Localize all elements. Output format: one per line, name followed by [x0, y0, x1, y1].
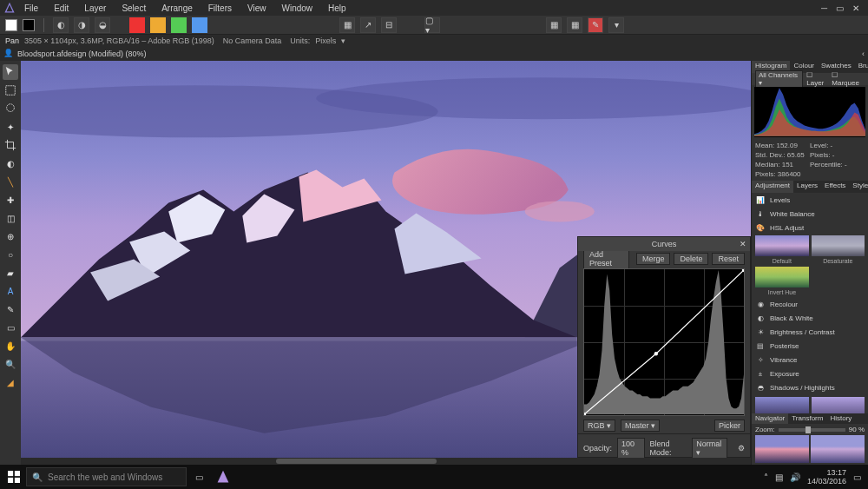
adjustment-hsl[interactable]: 🎨HSL Adjust: [752, 221, 868, 235]
menu-layer[interactable]: Layer: [77, 2, 113, 15]
taskbar-app-affinity[interactable]: [211, 465, 235, 489]
hsl-preset-inverthue[interactable]: Invert Hue: [755, 267, 809, 287]
navigator-thumb[interactable]: [755, 435, 809, 463]
opt-btn[interactable]: ▦: [339, 17, 355, 33]
move-tool[interactable]: [3, 64, 18, 80]
menu-view[interactable]: View: [240, 2, 273, 15]
chevron-down-icon[interactable]: ▾: [341, 36, 345, 45]
develop-tool[interactable]: ◐: [3, 155, 18, 171]
window-restore-icon[interactable]: ▭: [836, 3, 844, 13]
adjustment-recolour[interactable]: ◉Recolour: [752, 297, 868, 311]
menu-filters[interactable]: Filters: [201, 2, 239, 15]
delete-button[interactable]: Delete: [674, 253, 708, 265]
opt-btn[interactable]: ◐: [53, 17, 69, 33]
marquee-toggle[interactable]: ☐ Marquee: [832, 71, 865, 87]
picker-button[interactable]: Picker: [714, 420, 745, 432]
opt-btn[interactable]: ↗: [360, 17, 376, 33]
text-tool[interactable]: A: [3, 283, 18, 299]
color-chip[interactable]: [192, 17, 207, 33]
merge-button[interactable]: Merge: [636, 253, 671, 265]
fill-tool[interactable]: ▰: [3, 265, 18, 281]
tab-layers[interactable]: Layers: [793, 181, 821, 193]
tab-effects[interactable]: Effects: [821, 181, 849, 193]
adjustment-bw[interactable]: ◐Black & White: [752, 311, 868, 325]
foreground-swatch[interactable]: [5, 19, 17, 31]
menu-file[interactable]: File: [17, 2, 45, 15]
eraser-tool[interactable]: ◫: [3, 210, 18, 226]
window-minimize-icon[interactable]: ─: [821, 3, 827, 13]
colorpick-tool[interactable]: ◢: [3, 374, 18, 390]
start-button[interactable]: [2, 465, 26, 489]
menu-edit[interactable]: Edit: [47, 2, 76, 15]
taskbar-clock[interactable]: 13:1714/03/2016: [807, 468, 846, 486]
master-dropdown[interactable]: Master ▾: [621, 420, 660, 432]
zoom-tool[interactable]: 🔍: [3, 356, 18, 372]
navigator-thumb[interactable]: [811, 435, 865, 463]
hsl-preset-desaturate[interactable]: Desaturate: [812, 235, 865, 256]
tab-navigator[interactable]: Navigator: [752, 413, 788, 424]
tab-history[interactable]: History: [826, 413, 855, 424]
lasso-tool[interactable]: [3, 101, 18, 116]
color-chip[interactable]: [129, 17, 145, 33]
opt-btn[interactable]: ✎: [588, 17, 603, 33]
adjustment-shadows[interactable]: ◓Shadows / Highlights: [752, 380, 868, 394]
menu-help[interactable]: Help: [321, 2, 353, 15]
sh-preset[interactable]: [755, 397, 809, 413]
opt-btn[interactable]: ▢ ▾: [424, 17, 440, 33]
hsl-preset-default[interactable]: Default: [755, 235, 809, 256]
canvas[interactable]: Curves ✕ Add Preset Merge Delete Reset: [21, 61, 751, 465]
color-chip[interactable]: [171, 17, 187, 33]
opt-btn[interactable]: ▦: [546, 17, 562, 33]
task-view-button[interactable]: ▭: [187, 465, 211, 489]
opacity-field[interactable]: 100 %: [617, 438, 645, 459]
tab-styles[interactable]: Styles: [849, 181, 868, 193]
hand-tool[interactable]: ✋: [3, 338, 18, 354]
pen-tool[interactable]: ✎: [3, 301, 18, 317]
tray-chevron-icon[interactable]: ˄: [764, 472, 768, 482]
horizontal-scrollbar[interactable]: [21, 458, 751, 465]
color-chip[interactable]: [150, 17, 166, 33]
reset-button[interactable]: Reset: [712, 253, 745, 265]
taskbar-search[interactable]: 🔍 Search the web and Windows: [26, 467, 187, 486]
document-tab[interactable]: Bloodsport.afdesign (Modified) (80%): [17, 50, 147, 58]
close-icon[interactable]: ✕: [740, 240, 746, 248]
units-dropdown[interactable]: Pixels: [315, 36, 336, 45]
gear-icon[interactable]: ⚙: [738, 444, 745, 453]
adjustment-vibrance[interactable]: ✧Vibrance: [752, 353, 868, 367]
tab-adjustment[interactable]: Adjustment: [752, 181, 793, 193]
tab-chevron[interactable]: ‹: [862, 50, 865, 58]
sh-preset[interactable]: [812, 397, 865, 413]
tray-network-icon[interactable]: ▤: [775, 472, 783, 482]
layer-toggle[interactable]: ☐ Layer: [806, 71, 830, 87]
blend-dropdown[interactable]: Normal ▾: [692, 438, 727, 459]
clone-tool[interactable]: ⊕: [3, 228, 18, 244]
marquee-tool[interactable]: [3, 83, 18, 98]
shape-tool[interactable]: ▭: [3, 320, 18, 335]
crop-tool[interactable]: [3, 137, 18, 153]
menu-select[interactable]: Select: [115, 2, 153, 15]
curves-titlebar[interactable]: Curves ✕: [578, 237, 750, 251]
menu-window[interactable]: Window: [274, 2, 319, 15]
dodge-tool[interactable]: ○: [3, 247, 18, 262]
channel-dropdown[interactable]: RGB ▾: [583, 420, 615, 432]
tab-transform[interactable]: Transform: [788, 413, 826, 424]
adjustment-exposure[interactable]: ±Exposure: [752, 367, 868, 380]
adjustment-levels[interactable]: 📊Levels: [752, 193, 868, 207]
channels-dropdown[interactable]: All Channels ▾: [755, 70, 803, 88]
opt-btn[interactable]: ▦: [567, 17, 582, 33]
opt-btn[interactable]: ◒: [95, 17, 110, 33]
window-close-icon[interactable]: ✕: [852, 3, 859, 13]
opt-btn[interactable]: ⊟: [381, 17, 397, 33]
adjustment-whitebalance[interactable]: 🌡White Balance: [752, 207, 868, 221]
add-preset-button[interactable]: Add Preset: [583, 248, 629, 269]
zoom-value[interactable]: 90 %: [849, 426, 865, 433]
opt-btn[interactable]: ◑: [74, 17, 89, 33]
opt-btn[interactable]: ▾: [608, 17, 624, 33]
retouch-tool[interactable]: ✚: [3, 192, 18, 208]
tray-volume-icon[interactable]: 🔊: [790, 472, 800, 482]
curve-graph[interactable]: [583, 268, 745, 416]
brush-tool[interactable]: ╲: [3, 174, 18, 189]
menu-arrange[interactable]: Arrange: [155, 2, 200, 15]
adjustment-posterise[interactable]: ▤Posterise: [752, 339, 868, 353]
flood-select-tool[interactable]: ✦: [3, 119, 18, 135]
